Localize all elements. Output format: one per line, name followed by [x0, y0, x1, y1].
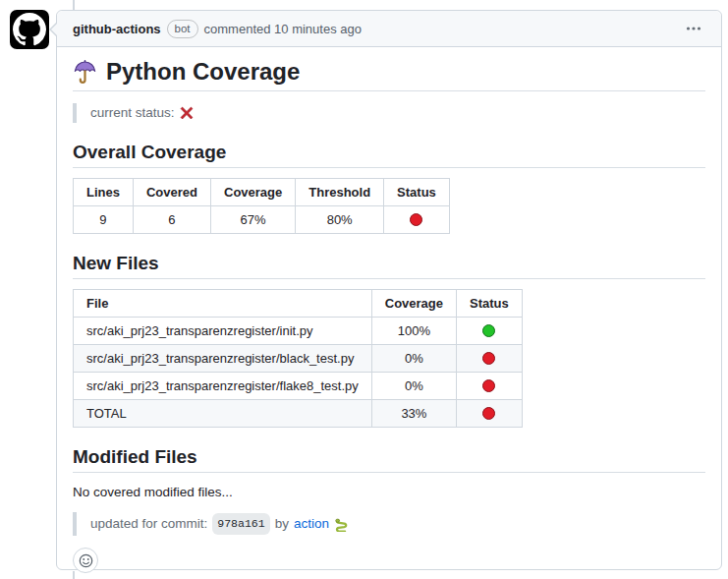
current-status-label: current status:	[90, 104, 175, 122]
commit-sha: 978a161	[212, 513, 269, 535]
lines-value: 9	[74, 206, 134, 234]
comment-timestamp[interactable]: commented 10 minutes ago	[204, 22, 362, 36]
status-dot-icon	[482, 379, 495, 392]
status-dot-icon	[482, 324, 495, 337]
octocat-icon	[13, 13, 46, 46]
table-row: 9 6 67% 80%	[74, 206, 450, 234]
comment-author[interactable]: github-actions	[73, 22, 161, 36]
cross-mark-icon	[180, 106, 194, 120]
commit-note-label: updated for commit:	[90, 515, 207, 533]
total-coverage: 33%	[371, 400, 456, 428]
comment-card: github-actions bot commented 10 minutes …	[56, 10, 722, 570]
commit-note-quote: updated for commit: 978a161 by action	[73, 512, 705, 536]
add-reaction-button[interactable]	[73, 548, 98, 573]
status-dot-icon	[482, 407, 495, 420]
file-path: src/aki_prj23_transparenzregister/init.p…	[74, 318, 372, 345]
new-files-table: File Coverage Status src/aki_prj23_trans…	[73, 289, 523, 428]
umbrella-icon	[73, 59, 97, 86]
coverage-value: 67%	[211, 206, 296, 234]
snake-icon	[334, 517, 349, 532]
threshold-value: 80%	[296, 206, 384, 234]
total-label: TOTAL	[74, 400, 372, 428]
comment-header: github-actions bot commented 10 minutes …	[57, 11, 721, 47]
report-title: Python Coverage	[73, 57, 705, 91]
action-link[interactable]: action	[294, 515, 329, 533]
col-header-coverage: Coverage	[211, 179, 296, 206]
file-coverage: 0%	[371, 373, 456, 400]
col-header-covered: Covered	[133, 179, 210, 206]
col-header-file: File	[74, 290, 372, 318]
new-files-heading: New Files	[73, 252, 705, 279]
bot-badge: bot	[167, 20, 198, 38]
report-title-text: Python Coverage	[106, 57, 300, 87]
table-row-total: TOTAL 33%	[74, 400, 523, 428]
smiley-icon	[79, 553, 93, 568]
no-modified-files-text: No covered modified files...	[73, 485, 705, 499]
file-path: src/aki_prj23_transparenzregister/flake8…	[74, 373, 372, 400]
table-row: src/aki_prj23_transparenzregister/flake8…	[74, 373, 523, 400]
kebab-horizontal-icon	[686, 21, 701, 36]
col-header-threshold: Threshold	[296, 179, 384, 206]
issue-timeline: github-actions bot commented 10 minutes …	[0, 0, 728, 579]
file-coverage: 100%	[371, 318, 456, 345]
github-actions-avatar[interactable]	[10, 10, 49, 49]
col-header-coverage: Coverage	[371, 290, 456, 318]
overall-coverage-heading: Overall Coverage	[73, 141, 705, 168]
modified-files-heading: Modified Files	[73, 445, 705, 473]
table-row: src/aki_prj23_transparenzregister/black_…	[74, 345, 523, 373]
status-dot-icon	[410, 213, 422, 226]
file-coverage: 0%	[371, 345, 456, 373]
by-label: by	[275, 515, 289, 533]
col-header-lines: Lines	[74, 179, 134, 206]
status-dot-icon	[482, 352, 495, 365]
table-row: src/aki_prj23_transparenzregister/init.p…	[74, 318, 523, 345]
covered-value: 6	[133, 206, 210, 234]
current-status-quote: current status:	[73, 103, 705, 123]
col-header-status: Status	[384, 179, 450, 206]
kebab-menu-button[interactable]	[682, 17, 705, 40]
file-path: src/aki_prj23_transparenzregister/black_…	[74, 345, 372, 373]
timeline-line-top	[73, 0, 75, 10]
overall-coverage-table: Lines Covered Coverage Threshold Status …	[73, 178, 450, 234]
comment-body: Python Coverage current status: Overall …	[57, 47, 721, 579]
col-header-status: Status	[457, 290, 523, 318]
